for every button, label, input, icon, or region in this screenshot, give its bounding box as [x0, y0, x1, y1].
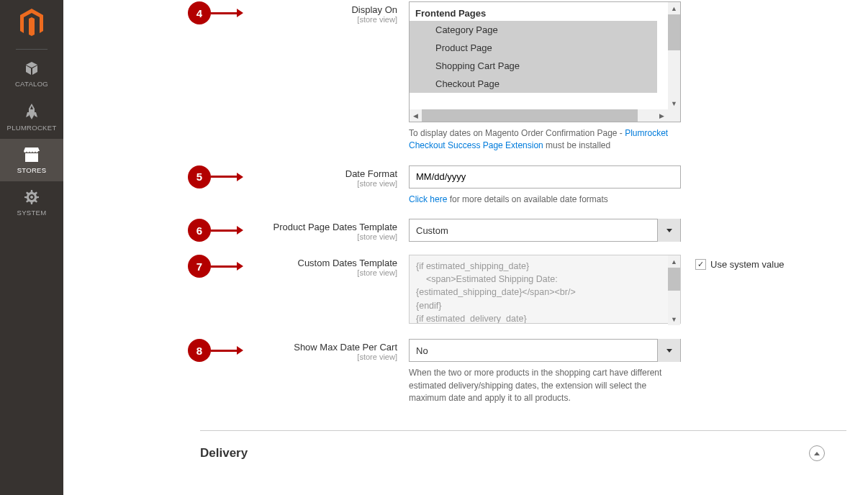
product-template-select[interactable]: Custom: [409, 219, 681, 242]
scroll-up-icon[interactable]: ▲: [668, 255, 680, 268]
note-text: must be installed: [543, 140, 610, 150]
arrow-head-icon: [237, 173, 243, 181]
rocket-icon: [24, 104, 39, 119]
field-show-max: 8 Show Max Date Per Cart [store view] No…: [63, 339, 846, 404]
badge-number: 4: [188, 1, 211, 24]
badge-number: 8: [188, 339, 211, 362]
store-icon: [24, 147, 40, 162]
show-max-select[interactable]: No: [409, 339, 681, 362]
annotation-badge-4: 4: [188, 1, 243, 24]
multiselect-option[interactable]: Product Page: [410, 39, 657, 57]
scroll-down-icon[interactable]: ▼: [668, 313, 680, 325]
magento-logo[interactable]: [19, 9, 45, 37]
sidebar-label: CATALOG: [15, 80, 48, 88]
arrow-head-icon: [237, 226, 243, 235]
chevron-down-icon[interactable]: [657, 219, 680, 242]
arrow-head-icon: [237, 262, 243, 271]
select-value: No: [410, 345, 657, 356]
collapse-toggle[interactable]: [809, 445, 825, 461]
multiselect-option[interactable]: Checkout Page: [410, 75, 657, 93]
sidebar-item-stores[interactable]: STORES: [0, 139, 63, 181]
scroll-thumb[interactable]: [668, 268, 680, 291]
field-label: Date Format: [265, 168, 397, 179]
sidebar-label: PLUMROCKET: [7, 124, 57, 132]
sidebar-item-system[interactable]: SYSTEM: [0, 181, 63, 224]
scrollbar-vertical[interactable]: ▲ ▼: [668, 255, 680, 325]
chevron-down-icon[interactable]: [657, 339, 680, 362]
admin-sidebar: CATALOG PLUMROCKET STORES SYSTEM: [0, 0, 63, 495]
badge-number: 6: [188, 219, 211, 242]
arrow-line: [211, 350, 237, 352]
cube-icon: [24, 61, 39, 76]
annotation-badge-8: 8: [188, 339, 243, 362]
note-text: for more details on available date forma…: [447, 194, 607, 204]
section-delivery[interactable]: Delivery: [200, 430, 846, 476]
scrollbar-vertical[interactable]: ▲: [668, 2, 680, 109]
gear-icon: [24, 190, 39, 204]
annotation-badge-7: 7: [188, 255, 243, 278]
badge-number: 5: [188, 165, 211, 189]
arrow-line: [211, 12, 237, 14]
multiselect-option[interactable]: Category Page: [410, 21, 657, 39]
sidebar-divider: [16, 49, 48, 50]
select-value: Custom: [410, 225, 657, 236]
date-format-input[interactable]: [409, 165, 681, 189]
use-system-label: Use system value: [710, 259, 785, 270]
field-scope: [store view]: [265, 15, 397, 24]
field-scope: [store view]: [265, 232, 397, 241]
display-on-multiselect[interactable]: Frontend Pages Category Page Product Pag…: [409, 1, 681, 122]
sidebar-item-plumrocket[interactable]: PLUMROCKET: [0, 95, 63, 139]
field-product-template: 6 Product Page Dates Template [store vie…: [63, 219, 846, 242]
scroll-thumb[interactable]: [422, 109, 638, 122]
multiselect-option[interactable]: Shopping Cart Page: [410, 57, 657, 75]
note-link[interactable]: Click here: [409, 194, 447, 204]
field-scope: [store view]: [265, 268, 397, 277]
main-content: 4 Display On [store view] Frontend Pages…: [63, 0, 868, 495]
field-label: Show Max Date Per Cart: [265, 342, 397, 353]
custom-template-textarea: [409, 255, 681, 324]
multiselect-optgroup: Frontend Pages: [410, 6, 680, 21]
arrow-head-icon: [237, 9, 243, 17]
field-label: Display On: [265, 4, 397, 15]
annotation-badge-5: 5: [188, 165, 243, 189]
scroll-down-icon[interactable]: ▼: [668, 97, 680, 109]
arrow-head-icon: [237, 346, 243, 355]
field-scope: [store view]: [265, 179, 397, 188]
section-title: Delivery: [200, 446, 248, 460]
field-date-format: 5 Date Format [store view] Click here fo…: [63, 165, 846, 206]
field-note: When the two or more products in the sho…: [409, 367, 681, 404]
use-system-checkbox[interactable]: [695, 259, 706, 270]
sidebar-label: STORES: [17, 166, 47, 174]
field-scope: [store view]: [265, 353, 397, 361]
badge-number: 7: [188, 255, 211, 278]
scroll-right-icon[interactable]: ▶: [656, 109, 668, 122]
field-note: To display dates on Magento Order Confir…: [409, 127, 681, 153]
scroll-left-icon[interactable]: ◀: [410, 109, 422, 122]
scroll-thumb[interactable]: [668, 14, 680, 50]
arrow-line: [211, 265, 237, 268]
field-label: Custom Dates Template: [265, 258, 397, 268]
arrow-line: [211, 176, 237, 178]
field-note: Click here for more details on available…: [409, 194, 681, 206]
field-custom-template: 7 Custom Dates Template [store view] ▲ ▼…: [63, 255, 846, 326]
field-label: Product Page Dates Template: [265, 222, 397, 232]
scrollbar-horizontal[interactable]: ◀ ▶ ▼: [410, 109, 680, 122]
sidebar-label: SYSTEM: [17, 209, 47, 217]
sidebar-item-catalog[interactable]: CATALOG: [0, 53, 63, 95]
arrow-line: [211, 230, 237, 232]
annotation-badge-6: 6: [188, 219, 243, 242]
scroll-up-icon[interactable]: ▲: [668, 2, 680, 14]
field-display-on: 4 Display On [store view] Frontend Pages…: [63, 1, 846, 153]
note-text: To display dates on Magento Order Confir…: [409, 128, 625, 138]
